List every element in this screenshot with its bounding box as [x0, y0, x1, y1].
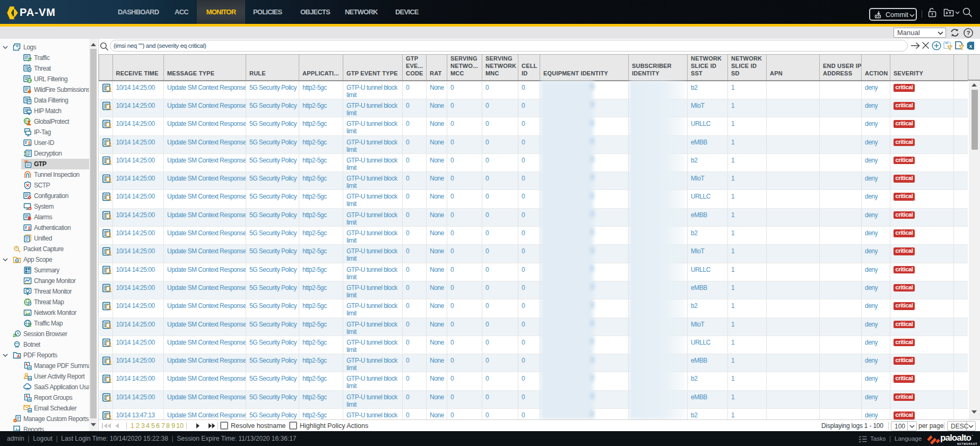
- svg-text:?: ?: [966, 30, 970, 36]
- svg-text:x: x: [969, 43, 973, 49]
